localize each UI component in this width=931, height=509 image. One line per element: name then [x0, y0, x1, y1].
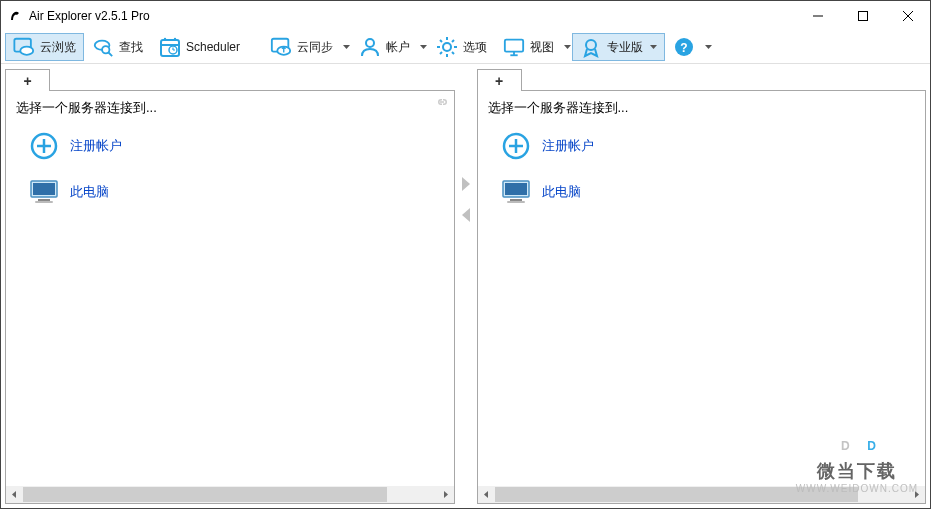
scroll-track[interactable] [23, 486, 437, 503]
scroll-thumb[interactable] [23, 487, 387, 502]
svg-point-11 [164, 38, 166, 40]
help-button[interactable]: ? [665, 33, 703, 61]
svg-line-8 [109, 53, 113, 57]
transfer-controls [455, 68, 477, 504]
pro-button[interactable]: 专业版 [572, 33, 665, 61]
svg-rect-40 [35, 201, 53, 203]
accounts-icon [359, 36, 381, 58]
close-button[interactable] [885, 1, 930, 31]
scheduler-icon [159, 36, 181, 58]
app-icon [7, 8, 23, 24]
left-pane: + 选择一个服务器连接到... 注册帐户 此电脑 [5, 68, 455, 504]
right-register-entry[interactable]: 注册帐户 [478, 123, 926, 169]
scheduler-label: Scheduler [186, 40, 240, 54]
transfer-right-button[interactable] [460, 177, 472, 194]
sync-icon [270, 36, 292, 58]
right-pane-body: 选择一个服务器连接到... 注册帐户 此电脑 [477, 91, 927, 504]
plus-circle-icon [28, 130, 60, 162]
right-register-label: 注册帐户 [542, 137, 594, 155]
svg-line-26 [452, 40, 454, 42]
maximize-button[interactable] [840, 1, 885, 31]
svg-rect-1 [858, 12, 867, 21]
computer-icon [500, 176, 532, 208]
sync-dropdown[interactable] [341, 33, 351, 61]
svg-rect-46 [510, 199, 522, 201]
svg-rect-38 [33, 183, 55, 195]
window-title: Air Explorer v2.5.1 Pro [29, 9, 795, 23]
svg-point-18 [366, 39, 374, 47]
options-label: 选项 [463, 39, 487, 56]
main-toolbar: 云浏览 查找 Scheduler 云同步 帐户 选项 [1, 31, 930, 64]
svg-text:?: ? [680, 41, 687, 55]
view-label: 视图 [530, 39, 554, 56]
svg-rect-39 [38, 199, 50, 201]
scheduler-button[interactable]: Scheduler [151, 33, 248, 61]
svg-rect-28 [505, 40, 523, 52]
plus-circle-icon [500, 130, 532, 162]
right-scrollbar[interactable] [478, 486, 926, 503]
search-label: 查找 [119, 39, 143, 56]
options-button[interactable]: 选项 [428, 33, 495, 61]
right-thispc-entry[interactable]: 此电脑 [478, 169, 926, 215]
minimize-button[interactable] [795, 1, 840, 31]
computer-icon [28, 176, 60, 208]
scroll-track[interactable] [495, 486, 909, 503]
right-new-tab-button[interactable]: + [477, 69, 522, 91]
left-scrollbar[interactable] [6, 486, 454, 503]
cloud-browse-label: 云浏览 [40, 39, 76, 56]
svg-line-27 [440, 52, 442, 54]
pro-label: 专业版 [607, 39, 643, 56]
options-icon [436, 36, 458, 58]
help-dropdown[interactable] [703, 33, 713, 61]
svg-point-5 [20, 47, 33, 55]
workspace: + 选择一个服务器连接到... 注册帐户 此电脑 [1, 64, 930, 508]
pro-icon [580, 36, 602, 58]
accounts-dropdown[interactable] [418, 33, 428, 61]
svg-point-31 [586, 40, 596, 50]
search-button[interactable]: 查找 [84, 33, 151, 61]
svg-point-7 [102, 46, 109, 53]
scroll-right-icon[interactable] [908, 486, 925, 503]
cloud-browse-button[interactable]: 云浏览 [5, 33, 84, 61]
accounts-button[interactable]: 帐户 [351, 33, 418, 61]
scroll-thumb[interactable] [495, 487, 859, 502]
sync-label: 云同步 [297, 39, 333, 56]
svg-rect-47 [507, 201, 525, 203]
right-pane: + 选择一个服务器连接到... 注册帐户 此电脑 [477, 68, 927, 504]
right-prompt: 选择一个服务器连接到... [478, 97, 926, 123]
svg-point-12 [174, 38, 176, 40]
scroll-right-icon[interactable] [437, 486, 454, 503]
left-tabstrip: + [5, 68, 455, 91]
scroll-left-icon[interactable] [6, 486, 23, 503]
left-prompt: 选择一个服务器连接到... [6, 97, 454, 123]
title-bar: Air Explorer v2.5.1 Pro [1, 1, 930, 31]
transfer-left-button[interactable] [460, 208, 472, 225]
accounts-label: 帐户 [386, 39, 410, 56]
svg-line-24 [440, 40, 442, 42]
cloud-browse-icon [13, 36, 35, 58]
svg-point-19 [443, 43, 451, 51]
right-thispc-label: 此电脑 [542, 183, 581, 201]
right-tabstrip: + [477, 68, 927, 91]
svg-line-25 [452, 52, 454, 54]
left-register-entry[interactable]: 注册帐户 [6, 123, 454, 169]
left-thispc-label: 此电脑 [70, 183, 109, 201]
scroll-left-icon[interactable] [478, 486, 495, 503]
view-button[interactable]: 视图 [495, 33, 562, 61]
left-thispc-entry[interactable]: 此电脑 [6, 169, 454, 215]
link-icon [434, 95, 448, 112]
left-register-label: 注册帐户 [70, 137, 122, 155]
left-pane-body: 选择一个服务器连接到... 注册帐户 此电脑 [5, 91, 455, 504]
sync-button[interactable]: 云同步 [262, 33, 341, 61]
svg-rect-45 [505, 183, 527, 195]
view-icon [503, 36, 525, 58]
search-cloud-icon [92, 36, 114, 58]
help-icon: ? [673, 36, 695, 58]
left-new-tab-button[interactable]: + [5, 69, 50, 91]
view-dropdown[interactable] [562, 33, 572, 61]
